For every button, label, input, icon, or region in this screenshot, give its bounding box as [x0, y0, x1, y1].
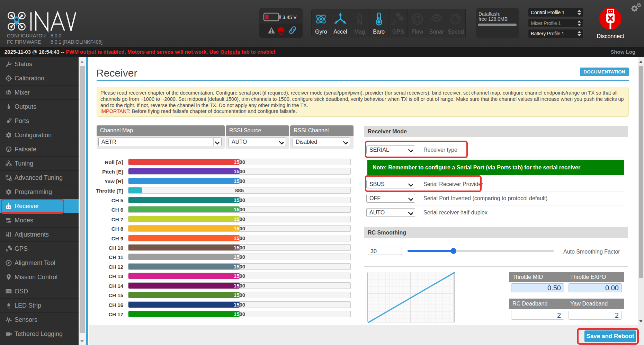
svg-text:3.45 V: 3.45 V — [283, 15, 297, 20]
svg-text:OSD: OSD — [6, 290, 11, 293]
svg-text:N: N — [357, 18, 363, 26]
